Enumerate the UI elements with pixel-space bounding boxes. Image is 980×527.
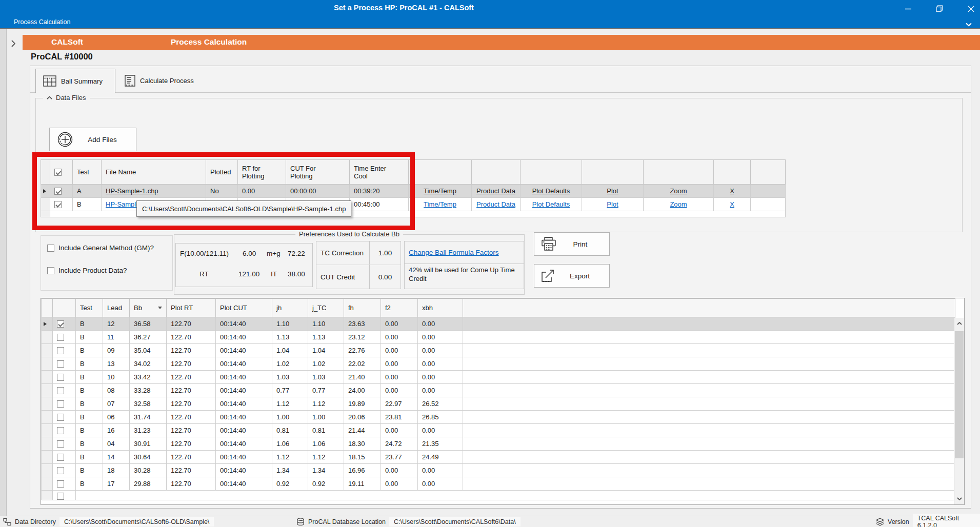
results-row[interactable]: B1033.42122.7000:14:401.031.0321.400.000… <box>42 371 955 384</box>
scrollbar-thumb[interactable] <box>955 331 964 458</box>
add-files-button[interactable]: Add Files <box>49 128 136 151</box>
row-checkbox[interactable] <box>54 188 62 195</box>
cell-action[interactable]: Plot <box>582 185 644 198</box>
ribbon-tab-process-calculation[interactable]: Process Calculation <box>14 18 70 26</box>
row-select-cell[interactable] <box>50 185 73 198</box>
results-col-header[interactable]: Lead <box>103 299 130 317</box>
vertical-scrollbar[interactable] <box>954 318 964 504</box>
results-row[interactable]: B0935.04122.7000:14:401.041.0422.760.000… <box>42 344 955 357</box>
include-product-data-option[interactable]: Include Product Data? <box>47 267 127 274</box>
row-checkbox[interactable] <box>57 414 64 421</box>
results-row[interactable]: B1729.88122.7000:14:400.920.9219.110.000… <box>42 477 955 491</box>
results-row[interactable]: B1236.58122.7000:14:401.101.1023.630.000… <box>42 317 955 331</box>
row-select-cell[interactable] <box>53 424 76 437</box>
sort-down-icon[interactable] <box>158 307 162 309</box>
row-checkbox[interactable] <box>57 360 64 368</box>
results-row[interactable]: B1136.27122.7000:14:401.131.1323.120.000… <box>42 331 955 344</box>
include-gm-option[interactable]: Include General Method (GM)? <box>47 244 154 252</box>
file-row[interactable]: AHP-Sample-1.chpNo0.0000:00:0000:39:20Ti… <box>41 185 786 198</box>
action-link[interactable]: X <box>730 200 734 208</box>
results-row[interactable]: B0732.58122.7000:14:401.121.1219.8922.97… <box>42 397 955 411</box>
cell-action[interactable]: X <box>714 185 751 198</box>
restore-button[interactable] <box>930 2 949 15</box>
action-link[interactable]: Zoom <box>670 187 687 195</box>
close-button[interactable] <box>962 2 980 15</box>
cell-action[interactable]: Time/Temp <box>409 185 472 198</box>
row-checkbox[interactable] <box>57 400 64 408</box>
row-checkbox[interactable] <box>57 493 64 500</box>
cell-action[interactable]: Product Data <box>472 185 521 198</box>
action-link[interactable]: Plot <box>607 187 618 195</box>
row-checkbox[interactable] <box>57 467 64 474</box>
file-name-link[interactable]: HP-Sample-1.chp <box>106 187 158 195</box>
results-row[interactable]: B1631.23122.7000:14:400.810.8121.440.000… <box>42 424 955 437</box>
tab-calculate-process[interactable]: Calculate Process <box>117 69 212 93</box>
row-checkbox[interactable] <box>54 201 62 208</box>
cell-action[interactable]: Time/Temp <box>409 198 472 211</box>
action-link[interactable]: X <box>730 187 734 195</box>
row-select-cell[interactable] <box>53 371 76 384</box>
action-link[interactable]: Plot Defaults <box>532 200 570 208</box>
change-ball-formula-link[interactable]: Change Ball Formula Factors <box>409 249 499 256</box>
row-checkbox[interactable] <box>57 440 64 448</box>
file-col-header[interactable] <box>50 160 73 185</box>
results-col-header[interactable]: Plot CUT <box>216 299 272 317</box>
action-link[interactable]: Time/Temp <box>424 200 456 208</box>
cell-action[interactable]: Plot Defaults <box>521 185 582 198</box>
chevron-up-icon[interactable] <box>47 96 52 99</box>
row-checkbox[interactable] <box>57 427 64 434</box>
cell-action[interactable]: X <box>714 198 751 211</box>
minimize-button[interactable] <box>899 2 917 15</box>
cell-action[interactable]: Plot Defaults <box>521 198 582 211</box>
row-select-cell[interactable] <box>53 464 76 477</box>
row-select-cell[interactable] <box>53 317 76 331</box>
row-select-cell[interactable] <box>53 437 76 451</box>
row-select-cell[interactable] <box>53 331 76 344</box>
results-row[interactable]: B1334.02122.7000:14:401.021.0222.020.000… <box>42 357 955 371</box>
scroll-down-button[interactable] <box>954 493 964 504</box>
results-row[interactable]: B0631.74122.7000:14:401.001.0020.0623.81… <box>42 411 955 424</box>
results-col-header[interactable]: jh <box>272 299 308 317</box>
cell-action[interactable]: Zoom <box>644 198 714 211</box>
action-link[interactable]: Product Data <box>476 187 515 195</box>
action-link[interactable]: Plot Defaults <box>532 187 570 195</box>
cell-action[interactable]: Plot <box>582 198 644 211</box>
row-checkbox[interactable] <box>57 480 64 488</box>
include-product-data-checkbox[interactable] <box>47 267 54 274</box>
expand-panel-button[interactable] <box>9 39 18 48</box>
results-col-header[interactable]: xbh <box>418 299 463 317</box>
row-checkbox[interactable] <box>57 387 64 394</box>
results-col-header[interactable]: j_TC <box>308 299 344 317</box>
ribbon-collapse-button[interactable] <box>965 22 973 28</box>
row-select-cell[interactable] <box>50 198 73 211</box>
include-gm-checkbox[interactable] <box>47 245 54 252</box>
results-row[interactable]: B1430.64122.7000:14:401.121.1218.1523.77… <box>42 451 955 464</box>
row-select-cell[interactable] <box>53 357 76 371</box>
row-checkbox[interactable] <box>57 334 64 341</box>
tab-ball-summary[interactable]: Ball Summary <box>35 69 115 93</box>
action-link[interactable]: Plot <box>607 200 618 208</box>
row-checkbox[interactable] <box>57 347 64 354</box>
cell-action[interactable]: Zoom <box>644 185 714 198</box>
cell-file-name[interactable]: HP-Sample-1.chp <box>102 185 206 198</box>
action-link[interactable]: Product Data <box>476 200 515 208</box>
row-select-cell[interactable] <box>53 397 76 411</box>
row-select-cell[interactable] <box>53 477 76 491</box>
action-link[interactable]: Zoom <box>670 200 687 208</box>
results-col-header[interactable]: Bb <box>130 299 167 317</box>
results-col-header[interactable]: fh <box>344 299 381 317</box>
row-checkbox[interactable] <box>57 454 64 461</box>
row-checkbox[interactable] <box>57 374 64 381</box>
results-col-header[interactable]: Plot RT <box>167 299 216 317</box>
results-col-header[interactable]: Test <box>76 299 103 317</box>
results-row[interactable]: B0833.28122.7000:14:400.770.7724.000.000… <box>42 384 955 397</box>
results-col-header[interactable]: f2 <box>381 299 418 317</box>
row-select-cell[interactable] <box>53 411 76 424</box>
scroll-up-button[interactable] <box>954 318 964 329</box>
results-row[interactable]: B1830.28122.7000:14:401.341.3416.960.000… <box>42 464 955 477</box>
action-link[interactable]: Time/Temp <box>424 187 456 195</box>
row-select-cell[interactable] <box>53 451 76 464</box>
results-row[interactable]: B0430.91122.7000:14:401.061.0618.3024.72… <box>42 437 955 451</box>
row-select-cell[interactable] <box>53 384 76 397</box>
cell-action[interactable]: Product Data <box>472 198 521 211</box>
